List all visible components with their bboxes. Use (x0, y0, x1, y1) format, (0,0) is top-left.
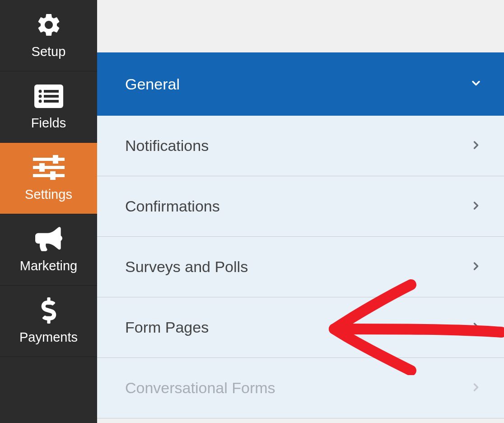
svg-rect-10 (39, 163, 45, 172)
svg-rect-11 (33, 174, 65, 177)
chevron-right-icon (470, 139, 482, 153)
chevron-right-icon (470, 320, 482, 335)
settings-row-form-pages[interactable]: Form Pages (97, 297, 504, 358)
settings-row-label: Surveys and Polls (125, 258, 248, 276)
chevron-right-icon (470, 260, 482, 274)
svg-rect-7 (33, 158, 65, 161)
megaphone-icon (35, 225, 62, 253)
sidebar-item-setup[interactable]: Setup (0, 0, 97, 71)
svg-rect-4 (44, 95, 59, 98)
settings-row-label: Notifications (125, 137, 209, 155)
svg-rect-2 (44, 90, 59, 93)
chevron-down-icon (470, 77, 482, 91)
svg-point-1 (38, 90, 42, 93)
sidebar-item-label: Marketing (20, 258, 77, 273)
settings-list: General Notifications Confirmations Surv… (97, 52, 504, 418)
sidebar-item-label: Fields (31, 116, 66, 131)
settings-panel: General Notifications Confirmations Surv… (97, 0, 504, 423)
svg-rect-12 (50, 171, 56, 180)
svg-point-5 (38, 100, 42, 103)
sidebar: Setup Fields (0, 0, 97, 423)
svg-rect-9 (33, 166, 65, 169)
chevron-right-icon (470, 381, 482, 395)
sidebar-item-fields[interactable]: Fields (0, 71, 97, 143)
settings-row-confirmations[interactable]: Confirmations (97, 176, 504, 237)
settings-row-conversational-forms[interactable]: Conversational Forms (97, 358, 504, 418)
svg-point-3 (38, 95, 42, 98)
settings-row-notifications[interactable]: Notifications (97, 116, 504, 176)
settings-row-label: Confirmations (125, 197, 220, 215)
settings-row-label: General (125, 75, 180, 93)
chevron-right-icon (470, 199, 482, 214)
settings-row-general[interactable]: General (97, 52, 504, 116)
sidebar-item-label: Setup (32, 44, 66, 59)
settings-row-surveys-and-polls[interactable]: Surveys and Polls (97, 237, 504, 297)
settings-row-label: Conversational Forms (125, 379, 275, 397)
panel-header-gap (97, 0, 504, 52)
settings-row-label: Form Pages (125, 319, 209, 336)
sidebar-item-settings[interactable]: Settings (0, 143, 97, 214)
sidebar-item-marketing[interactable]: Marketing (0, 214, 97, 286)
gear-icon (35, 11, 62, 39)
list-icon (34, 82, 63, 110)
sliders-icon (33, 154, 65, 182)
svg-rect-6 (44, 100, 59, 103)
sidebar-item-label: Payments (19, 330, 78, 345)
sidebar-item-payments[interactable]: Payments (0, 286, 97, 357)
sidebar-item-label: Settings (25, 187, 72, 202)
svg-rect-8 (53, 155, 58, 164)
dollar-icon (41, 296, 57, 324)
